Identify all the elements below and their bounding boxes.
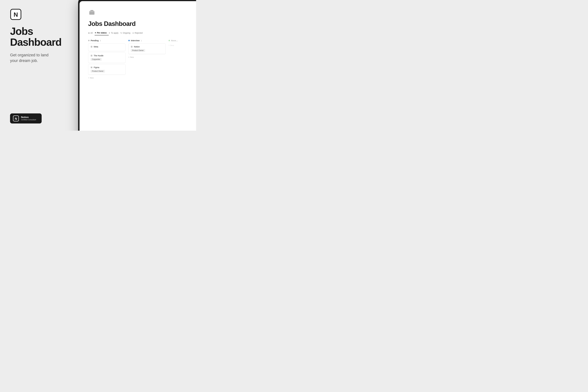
svg-text:N: N	[15, 117, 17, 120]
table-row[interactable]: 🏛 Meta	[88, 44, 126, 51]
pending-dot	[88, 40, 90, 41]
interview-dot	[128, 40, 130, 41]
notion-page: Jobs Dashboard ⊞ All ✦ Per status ✈ To a…	[80, 1, 196, 131]
badge-text: Notion Certified Consultant	[21, 116, 36, 121]
dashboard-title: Jobs Dashboard	[88, 20, 196, 27]
svg-text:N: N	[14, 11, 18, 18]
plus-icon: +	[88, 77, 89, 79]
table-row[interactable]: 🏛 Notion Product Owner	[128, 44, 166, 54]
badge-brand: Notion	[21, 116, 36, 119]
building-icon: 🏛	[91, 46, 93, 48]
tablet-frame: Jobs Dashboard ⊞ All ✦ Per status ✈ To a…	[78, 0, 196, 131]
tab-to-apply[interactable]: ✈ To apply	[109, 31, 120, 35]
tab-all[interactable]: ⊞ All	[88, 31, 95, 35]
kanban-column-interview: Interview 1 🏛 Notion Product Owner +	[128, 40, 166, 59]
column-header-accepted: Acce…	[169, 40, 180, 42]
kanban-board: Pending 3 🏛 Meta 🏛 Th	[88, 40, 196, 80]
card-company: 🏛 Notion	[131, 46, 163, 48]
tab-per-status[interactable]: ✦ Per status	[95, 31, 109, 35]
refresh-icon: ↻	[120, 32, 122, 34]
accepted-dot	[169, 40, 170, 41]
card-company: 🏛 The Hustle	[91, 54, 123, 57]
tablet-screen: Jobs Dashboard ⊞ All ✦ Per status ✈ To a…	[80, 1, 196, 131]
notion-logo-icon: N	[10, 8, 21, 20]
table-row[interactable]: 🏛 Figma Product Owner	[88, 64, 126, 75]
page-icon	[88, 8, 196, 18]
building-icon: 🏛	[131, 46, 133, 48]
column-header-interview: Interview 1	[128, 40, 166, 42]
add-new-accepted-button[interactable]: + New	[169, 44, 180, 47]
card-company: 🏛 Figma	[91, 66, 123, 68]
notion-badge-icon: N	[13, 116, 19, 122]
card-tag: Product Owner	[131, 49, 145, 52]
plus-icon: +	[169, 44, 170, 46]
send-icon: ✈	[109, 32, 110, 34]
add-new-interview-button[interactable]: + New	[128, 55, 166, 59]
tagline: Get organized to land your dream job.	[10, 52, 74, 64]
circle-slash-icon: ⊙	[132, 32, 134, 34]
grid-icon: ⊞	[88, 32, 90, 34]
badge-subtitle: Certified Consultant	[21, 119, 36, 121]
kanban-column-accepted: Acce… + New	[169, 40, 180, 47]
building-icon: 🏛	[91, 54, 93, 57]
card-company: 🏛 Meta	[91, 46, 123, 48]
tab-rejected[interactable]: ⊙ Rejected	[132, 31, 145, 35]
building-icon: 🏛	[91, 66, 93, 68]
svg-rect-6	[89, 12, 94, 12]
certified-consultant-badge: N Notion Certified Consultant	[10, 114, 42, 124]
table-row[interactable]: 🏛 The Hustle Copywriter	[88, 52, 126, 63]
column-header-pending: Pending 3	[88, 40, 126, 42]
card-tag: Copywriter	[91, 58, 102, 61]
left-panel: N Jobs Dashboard Get organized to land y…	[0, 0, 82, 131]
page-title: Jobs Dashboard	[10, 26, 74, 48]
right-panel: Jobs Dashboard ⊞ All ✦ Per status ✈ To a…	[82, 0, 196, 131]
kanban-column-pending: Pending 3 🏛 Meta 🏛 Th	[88, 40, 126, 80]
tab-ongoing[interactable]: ↻ Ongoing	[120, 31, 132, 35]
add-new-pending-button[interactable]: + New	[88, 76, 126, 80]
sparkle-icon: ✦	[95, 32, 96, 34]
plus-icon: +	[128, 56, 130, 58]
tabs-row: ⊞ All ✦ Per status ✈ To apply ↻ Ongoing	[88, 31, 196, 35]
svg-rect-5	[90, 10, 93, 12]
card-tag: Product Owner	[91, 70, 105, 72]
